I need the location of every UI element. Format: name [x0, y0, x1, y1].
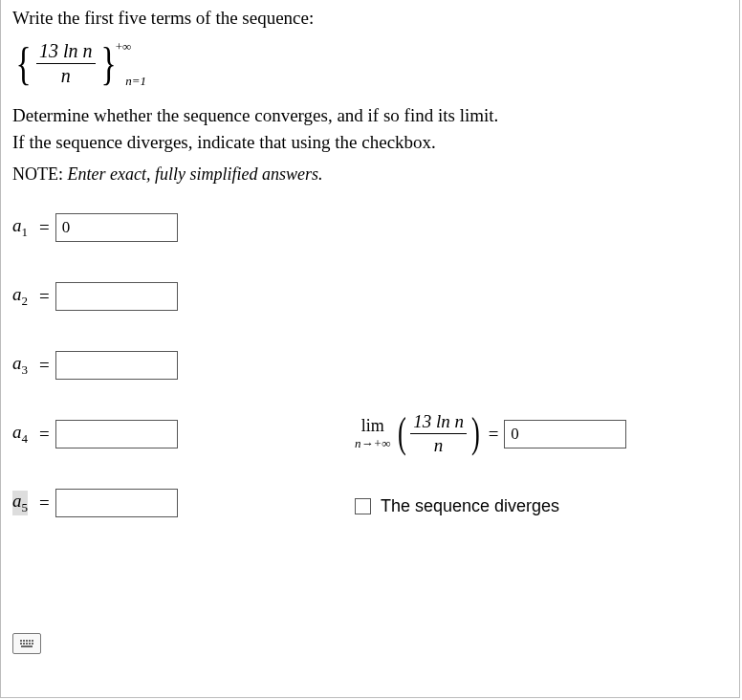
- limit-expression: ( 13 ln n n ): [395, 411, 483, 456]
- term-label-a1: a1: [12, 215, 28, 240]
- term-label-a4: a4: [12, 422, 28, 447]
- lower-limit: n=1: [125, 74, 146, 89]
- term-row-a2: a2 =: [12, 282, 728, 311]
- limit-row: lim n→+∞ ( 13 ln n n ) =: [355, 411, 728, 456]
- equals-sign: =: [39, 286, 50, 307]
- equals-sign: =: [39, 492, 50, 514]
- note-text: NOTE: Enter exact, fully simplified answ…: [12, 164, 728, 185]
- keyboard-icon[interactable]: [12, 633, 41, 654]
- right-paren: ): [471, 419, 480, 448]
- equals-sign: =: [39, 424, 50, 445]
- instruction-line-2: If the sequence diverges, indicate that …: [12, 132, 436, 152]
- right-brace: }: [100, 48, 116, 80]
- term-row-a1: a1 =: [12, 213, 728, 242]
- left-paren: (: [397, 419, 405, 448]
- term-label-a3: a3: [12, 353, 28, 378]
- sequence-fraction: 13 ln n n: [36, 40, 96, 87]
- question-container: Write the first five terms of the sequen…: [0, 0, 740, 698]
- prompt-text: Write the first five terms of the sequen…: [12, 8, 728, 29]
- input-a4[interactable]: [55, 420, 178, 448]
- diverge-checkbox[interactable]: [355, 498, 371, 514]
- left-brace: {: [15, 48, 31, 80]
- sequence-definition: { 13 ln n n } +∞ n=1: [12, 40, 728, 87]
- input-a5[interactable]: [55, 489, 178, 517]
- note-body: Enter exact, fully simplified answers.: [63, 164, 322, 184]
- sequence-denominator: n: [36, 63, 96, 87]
- lim-sub: n→+∞: [355, 436, 391, 451]
- input-limit[interactable]: [504, 420, 626, 448]
- equals-sign: =: [489, 424, 499, 445]
- limit-operator: lim n→+∞: [355, 416, 391, 451]
- lim-text: lim: [361, 416, 384, 436]
- term-label-a2: a2: [12, 284, 28, 309]
- term-label-a5: a5: [12, 491, 28, 515]
- input-a1[interactable]: [55, 213, 178, 242]
- instruction-line-1: Determine whether the sequence converges…: [12, 105, 498, 125]
- equals-sign: =: [39, 355, 50, 376]
- limit-fraction: 13 ln n n: [410, 411, 467, 456]
- input-a2[interactable]: [55, 282, 178, 311]
- sequence-numerator: 13 ln n: [36, 40, 96, 63]
- note-label: NOTE:: [12, 164, 63, 184]
- diverge-row: The sequence diverges: [355, 496, 728, 516]
- upper-limit: +∞: [116, 39, 132, 55]
- input-a3[interactable]: [55, 351, 178, 380]
- equals-sign: =: [39, 217, 50, 238]
- right-panel: lim n→+∞ ( 13 ln n n ) = The sequence di…: [355, 411, 728, 516]
- diverge-label: The sequence diverges: [381, 496, 559, 516]
- instruction-text: Determine whether the sequence converges…: [12, 102, 728, 155]
- term-row-a3: a3 =: [12, 351, 728, 380]
- limit-numerator: 13 ln n: [410, 411, 467, 433]
- limit-denominator: n: [410, 433, 467, 456]
